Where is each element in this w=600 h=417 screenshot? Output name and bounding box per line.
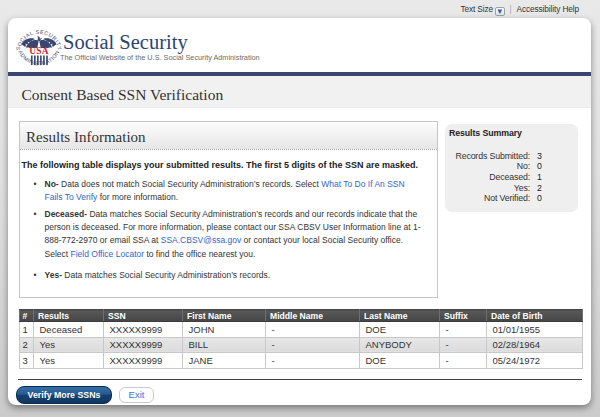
svg-text:USA: USA: [29, 46, 48, 56]
